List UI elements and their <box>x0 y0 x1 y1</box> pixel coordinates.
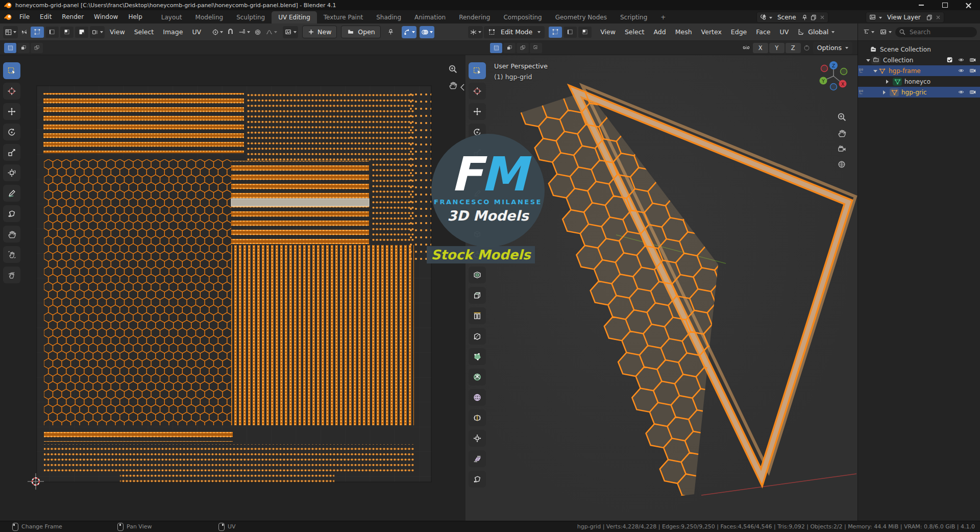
vp-menu-face[interactable]: Face <box>752 25 774 40</box>
uv-open-image-button[interactable]: Open <box>341 26 380 38</box>
tool-rip-region-button[interactable] <box>469 471 486 488</box>
menu-window[interactable]: Window <box>89 10 123 23</box>
uv-editor-type-button[interactable] <box>3 26 18 38</box>
menu-file[interactable]: File <box>14 10 35 23</box>
uv-select-face-button[interactable] <box>60 27 74 38</box>
viewport-editor-type-button[interactable] <box>468 26 483 38</box>
uv-new-image-button[interactable]: New <box>302 26 337 38</box>
hgp-frame-expand-caret[interactable] <box>873 70 877 75</box>
uv-overlays-toggle[interactable] <box>420 26 434 38</box>
tool-spin-button[interactable] <box>469 369 486 385</box>
vp-camera-view-icon[interactable] <box>837 145 846 153</box>
scene-icon[interactable] <box>760 14 767 21</box>
uv-canvas[interactable] <box>0 55 465 521</box>
outliner-search[interactable] <box>895 27 977 37</box>
uv-snap-toggle[interactable] <box>226 26 235 38</box>
collection-eye-icon[interactable] <box>957 57 965 63</box>
tool-select-box-button[interactable] <box>469 62 486 79</box>
vp-ortho-grid-icon[interactable] <box>837 160 846 168</box>
vp-select-mode-subtract[interactable] <box>517 43 529 53</box>
hgp-grid-eye-icon[interactable] <box>957 89 965 95</box>
tool-shear-button[interactable] <box>469 450 486 467</box>
vp-pan-hand-icon[interactable] <box>837 129 846 138</box>
view-layer-name[interactable]: View Layer <box>884 14 924 21</box>
uv-pan-hand-icon[interactable] <box>448 81 457 90</box>
uv-menu-view[interactable]: View <box>106 25 129 40</box>
outliner-row-hgp-grid[interactable]: hgp-gric <box>858 87 980 98</box>
scene-dropdown-caret[interactable] <box>769 17 772 20</box>
view-layer-dropdown-caret[interactable] <box>879 17 882 20</box>
tool-cursor-button[interactable] <box>3 83 20 100</box>
uv-pin-image-toggle[interactable] <box>386 26 396 38</box>
tool-edge-slide-button[interactable] <box>469 409 486 426</box>
navigation-gizmo[interactable]: Z Y X <box>817 59 850 93</box>
blender-menu-icon[interactable] <box>4 13 12 20</box>
menu-edit[interactable]: Edit <box>35 10 57 23</box>
tool-pinch-button[interactable] <box>3 267 20 283</box>
uv-pivot-dropdown[interactable] <box>210 26 225 38</box>
tab-uv-editing[interactable]: UV Editing <box>272 11 317 23</box>
tab-texture-paint[interactable]: Texture Paint <box>317 11 370 23</box>
minimize-button[interactable] <box>910 0 933 10</box>
outliner-display-mode-dropdown[interactable] <box>878 26 893 38</box>
honeycomb-expand-caret[interactable] <box>886 80 891 84</box>
mirror-y-button[interactable]: Y <box>769 43 785 53</box>
tool-select-box-button[interactable] <box>3 62 20 79</box>
uv-menu-image[interactable]: Image <box>159 25 187 40</box>
copy-view-layer-icon[interactable] <box>926 14 933 21</box>
vp-menu-add[interactable]: Add <box>649 25 670 40</box>
mode-dropdown[interactable]: Edit Mode <box>484 26 545 38</box>
uv-select-mode-set[interactable] <box>4 43 16 53</box>
tab-scripting[interactable]: Scripting <box>614 11 654 23</box>
correct-face-attributes-toggle[interactable] <box>801 42 812 54</box>
menu-render[interactable]: Render <box>57 10 89 23</box>
uv-image-dropdown[interactable] <box>283 26 298 38</box>
tool-knife-button[interactable] <box>469 328 486 345</box>
mirror-x-button[interactable]: X <box>753 43 768 53</box>
vp-select-vertex-button[interactable] <box>549 27 562 38</box>
collection-checkbox[interactable] <box>946 57 953 63</box>
menu-help[interactable]: Help <box>123 10 147 23</box>
mirror-z-button[interactable]: Z <box>786 43 801 53</box>
maximize-button[interactable] <box>933 0 957 10</box>
tool-relax-button[interactable] <box>3 246 20 263</box>
outliner-row-scene-collection[interactable]: Scene Collection <box>858 44 980 55</box>
search-input[interactable] <box>909 28 973 36</box>
vp-menu-view[interactable]: View <box>596 25 620 40</box>
uv-menu-select[interactable]: Select <box>130 25 158 40</box>
transform-orientation-dropdown[interactable]: Global <box>796 26 836 38</box>
tool-transform-button[interactable] <box>3 164 20 181</box>
uv-select-edge-button[interactable] <box>45 27 59 38</box>
uv-sticky-select-dropdown[interactable] <box>90 26 105 38</box>
collection-expand-caret[interactable] <box>866 59 870 64</box>
tab-geometry-nodes[interactable]: Geometry Nodes <box>549 11 614 23</box>
outliner-row-hgp-frame[interactable]: hgp-frame <box>858 65 980 76</box>
tab-compositing[interactable]: Compositing <box>497 11 548 23</box>
tool-bevel-button[interactable] <box>469 287 486 304</box>
uv-gizmos-toggle[interactable] <box>402 26 416 38</box>
vp-select-mode-extend[interactable] <box>503 43 516 53</box>
uv-proportional-falloff-dropdown[interactable] <box>264 26 279 38</box>
tool-shrink-fatten-button[interactable] <box>469 430 486 447</box>
tool-grab-button[interactable] <box>3 226 20 243</box>
tool-move-button[interactable] <box>469 103 486 120</box>
vp-menu-mesh[interactable]: Mesh <box>671 25 696 40</box>
tool-inset-faces-button[interactable] <box>469 267 486 283</box>
vp-select-mode-invert[interactable] <box>530 43 542 53</box>
tab-layout[interactable]: Layout <box>155 11 189 23</box>
vp-select-mode-set[interactable] <box>490 43 502 53</box>
collection-camera-icon[interactable] <box>969 57 977 63</box>
tab-modeling[interactable]: Modeling <box>189 11 230 23</box>
tab-sculpting[interactable]: Sculpting <box>230 11 272 23</box>
uv-menu-uv[interactable]: UV <box>188 25 205 40</box>
tool-poly-build-button[interactable] <box>469 348 486 365</box>
tool-rotate-button[interactable] <box>3 124 20 140</box>
tool-smooth-button[interactable] <box>469 389 486 406</box>
delete-view-layer-icon[interactable] <box>935 14 941 20</box>
scene-name[interactable]: Scene <box>774 14 799 21</box>
uv-select-island-button[interactable] <box>75 27 88 38</box>
pin-scene-icon[interactable] <box>801 14 808 21</box>
hgp-frame-camera-icon[interactable] <box>969 67 977 74</box>
tool-move-button[interactable] <box>3 103 20 120</box>
vp-menu-select[interactable]: Select <box>621 25 649 40</box>
